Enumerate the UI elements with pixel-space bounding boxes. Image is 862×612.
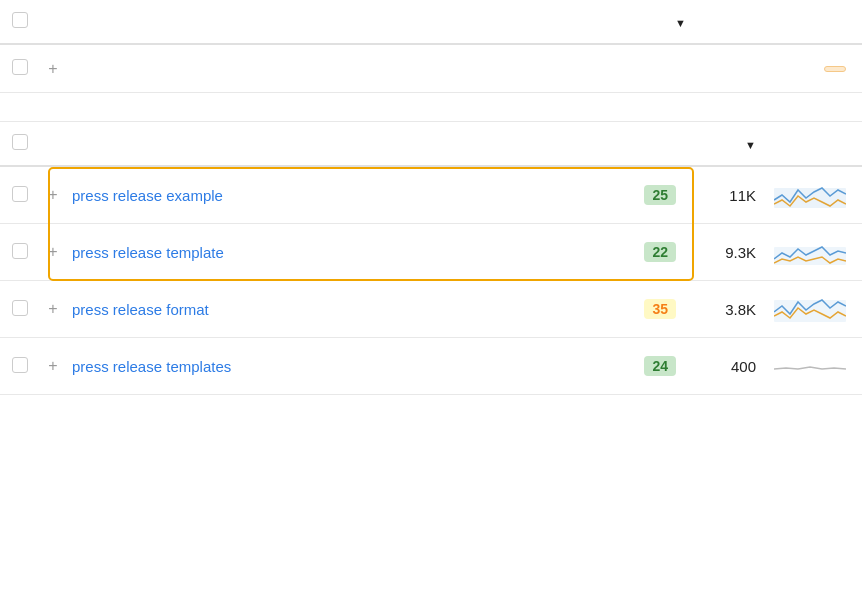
header-checkbox[interactable] (12, 12, 34, 31)
keyword-row-expand[interactable]: + (42, 300, 64, 318)
sparkline-chart (774, 294, 846, 324)
parent-topic-row: + (0, 45, 862, 93)
kw-sv-sort-arrow: ▼ (745, 139, 756, 151)
keyword-chart (756, 237, 846, 267)
kd-badge: 25 (644, 185, 676, 205)
main-table: ▼ + ▼ + p (0, 0, 862, 395)
keyword-kd: 35 (606, 299, 676, 319)
keywords-section-label (0, 93, 862, 122)
keyword-row: + press release example 25 11K (0, 167, 862, 224)
keyword-kd: 24 (606, 356, 676, 376)
sv-sort-arrow: ▼ (675, 17, 686, 29)
kw-sv-column-header[interactable]: ▼ (676, 135, 756, 152)
keyword-sv: 3.8K (676, 301, 756, 318)
kd-badge: 22 (644, 242, 676, 262)
parent-topic-keywords-badge (756, 66, 846, 72)
keyword-link[interactable]: press release example (72, 187, 606, 204)
keyword-row-checkbox[interactable] (12, 243, 34, 262)
sparkline-chart (774, 180, 846, 210)
keyword-row-checkbox[interactable] (12, 186, 34, 205)
parent-topic-header: ▼ (0, 0, 862, 45)
kd-badge: 24 (644, 356, 676, 376)
sparkline-chart (774, 237, 846, 267)
keywords-table-header: ▼ (0, 122, 862, 167)
keyword-chart (756, 351, 846, 381)
keyword-row-checkbox[interactable] (12, 357, 34, 376)
keyword-rows-container: + press release example 25 11K + press r… (0, 167, 862, 395)
keyword-sv: 400 (676, 358, 756, 375)
parent-row-checkbox[interactable] (12, 59, 34, 78)
parent-row-expand-button[interactable]: + (42, 60, 64, 78)
keyword-chart (756, 180, 846, 210)
keyword-kd: 22 (606, 242, 676, 262)
keyword-sv: 9.3K (676, 244, 756, 261)
keyword-sv: 11K (676, 187, 756, 204)
keyword-row-expand[interactable]: + (42, 186, 64, 204)
kd-badge: 35 (644, 299, 676, 319)
svg-rect-0 (774, 188, 846, 208)
keyword-kd: 25 (606, 185, 676, 205)
keyword-link[interactable]: press release format (72, 301, 606, 318)
keyword-link[interactable]: press release templates (72, 358, 606, 375)
keyword-row-checkbox[interactable] (12, 300, 34, 319)
keyword-row: + press release template 22 9.3K (0, 224, 862, 281)
svg-rect-1 (774, 247, 846, 265)
keyword-row-expand[interactable]: + (42, 357, 64, 375)
sparkline-chart (774, 351, 846, 381)
svg-rect-2 (774, 300, 846, 322)
keywords-count-badge (824, 66, 846, 72)
keyword-row: + press release templates 24 400 (0, 338, 862, 395)
keywords-header-checkbox[interactable] (12, 134, 34, 153)
keyword-link[interactable]: press release template (72, 244, 606, 261)
keyword-chart (756, 294, 846, 324)
keyword-row: + press release format 35 3.8K (0, 281, 862, 338)
sv-column-header[interactable]: ▼ (606, 13, 686, 30)
keyword-row-expand[interactable]: + (42, 243, 64, 261)
highlight-group: + press release example 25 11K + press r… (0, 167, 862, 281)
